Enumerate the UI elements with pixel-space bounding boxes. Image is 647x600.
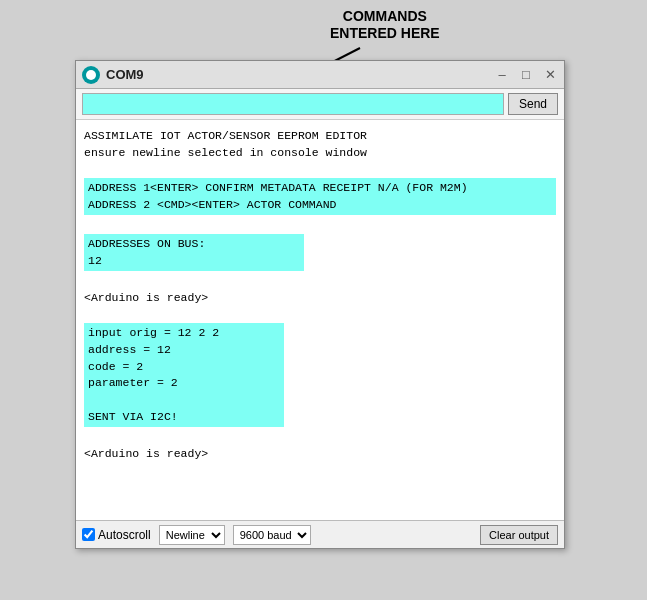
- console-output: ASSIMILATE IOT ACTOR/SENSOR EEPROM EDITO…: [76, 120, 564, 520]
- console-line: [84, 307, 556, 324]
- commands-entered-annotation: COMMANDS ENTERED HERE: [330, 8, 440, 42]
- serial-monitor-window: COM9 – □ ✕ Send ASSIMILATE IOT ACTOR/SEN…: [75, 60, 565, 549]
- window-controls: – □ ✕: [494, 67, 558, 83]
- autoscroll-label[interactable]: Autoscroll: [82, 528, 151, 542]
- console-line: [84, 429, 556, 446]
- console-line: [84, 161, 556, 178]
- autoscroll-checkbox[interactable]: [82, 528, 95, 541]
- titlebar: COM9 – □ ✕: [76, 61, 564, 89]
- baud-select[interactable]: 9600 baud: [233, 525, 311, 545]
- console-line: ADDRESSES ON BUS:: [88, 236, 300, 253]
- close-button[interactable]: ✕: [542, 67, 558, 83]
- minimize-button[interactable]: –: [494, 67, 510, 83]
- console-line: [84, 273, 556, 290]
- console-line: input orig = 12 2 2: [88, 325, 280, 342]
- app-icon: [82, 66, 100, 84]
- input-row: Send: [76, 89, 564, 120]
- newline-select[interactable]: Newline: [159, 525, 225, 545]
- console-line: ASSIMILATE IOT ACTOR/SENSOR EEPROM EDITO…: [84, 128, 556, 145]
- console-line: address = 12: [88, 342, 280, 359]
- send-button[interactable]: Send: [508, 93, 558, 115]
- console-line: code = 2: [88, 359, 280, 376]
- window-title: COM9: [106, 67, 494, 82]
- console-line: <Arduino is ready>: [84, 290, 556, 307]
- console-line: ADDRESS 1<ENTER> CONFIRM METADATA RECEIP…: [88, 180, 552, 197]
- app-icon-inner: [86, 70, 96, 80]
- console-line: parameter = 2: [88, 375, 280, 392]
- command-input[interactable]: [82, 93, 504, 115]
- clear-output-button[interactable]: Clear output: [480, 525, 558, 545]
- console-line: ensure newline selected in console windo…: [84, 145, 556, 162]
- console-line: SENT VIA I2C!: [88, 409, 280, 426]
- console-line: [84, 217, 556, 234]
- console-line: [88, 392, 280, 409]
- console-line: 12: [88, 253, 300, 270]
- console-line: ADDRESS 2 <CMD><ENTER> ACTOR COMMAND: [88, 197, 552, 214]
- statusbar: Autoscroll Newline 9600 baud Clear outpu…: [76, 520, 564, 548]
- maximize-button[interactable]: □: [518, 67, 534, 83]
- console-line: <Arduino is ready>: [84, 446, 556, 463]
